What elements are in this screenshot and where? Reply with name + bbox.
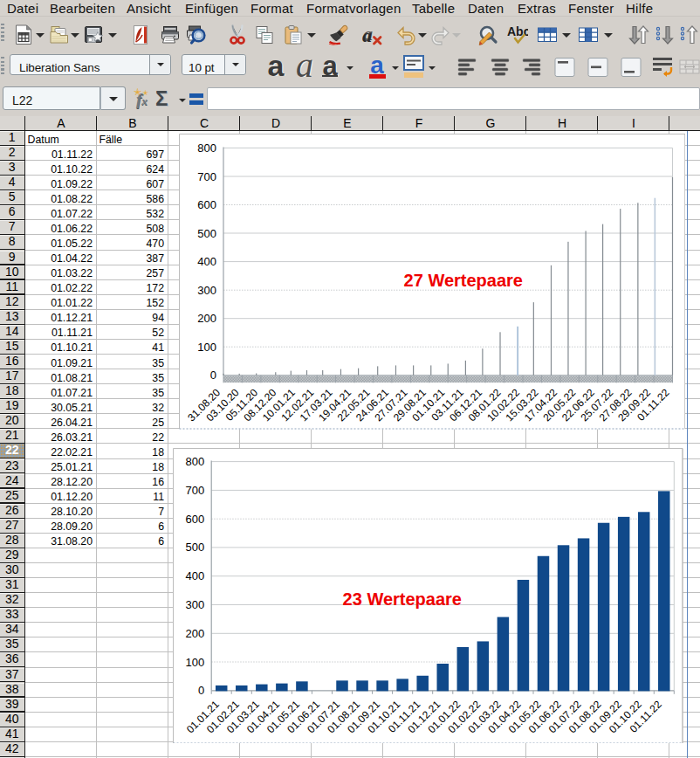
svg-text:03.11.21: 03.11.21 — [429, 386, 466, 424]
svg-text:01.12.21: 01.12.21 — [405, 698, 443, 735]
svg-text:17.03.21: 17.03.21 — [297, 386, 334, 424]
svg-text:01.05.21: 01.05.21 — [264, 698, 302, 735]
svg-text:19.04.21: 19.04.21 — [316, 386, 353, 424]
svg-text:01.02.22: 01.02.22 — [445, 698, 483, 735]
svg-text:01.01.21: 01.01.21 — [184, 698, 222, 735]
svg-text:500: 500 — [197, 227, 216, 240]
svg-text:300: 300 — [185, 598, 204, 611]
svg-text:01.01.22: 01.01.22 — [425, 698, 463, 735]
svg-text:22.05.21: 22.05.21 — [334, 386, 372, 424]
svg-text:01.06.21: 01.06.21 — [285, 698, 322, 735]
svg-text:01.11.22: 01.11.22 — [635, 386, 672, 424]
svg-text:01.10.22: 01.10.22 — [607, 698, 644, 735]
svg-text:06.12.21: 06.12.21 — [447, 386, 484, 424]
svg-text:01.10.21: 01.10.21 — [409, 386, 447, 424]
svg-text:600: 600 — [185, 512, 204, 525]
svg-text:10.02.22: 10.02.22 — [484, 386, 522, 424]
svg-text:22.06.22: 22.06.22 — [559, 386, 596, 424]
svg-text:800: 800 — [185, 455, 204, 468]
svg-text:20.05.22: 20.05.22 — [540, 386, 578, 424]
svg-text:23 Wertepaare: 23 Wertepaare — [343, 589, 462, 609]
svg-text:01.10.21: 01.10.21 — [365, 698, 402, 735]
svg-text:700: 700 — [197, 170, 216, 183]
svg-text:27 Wertepaare: 27 Wertepaare — [403, 271, 522, 290]
svg-text:05.11.20: 05.11.20 — [223, 386, 260, 424]
svg-text:01.06.22: 01.06.22 — [526, 698, 564, 735]
svg-text:01.09.22: 01.09.22 — [587, 698, 624, 735]
svg-text:01.04.21: 01.04.21 — [244, 698, 282, 735]
svg-text:600: 600 — [197, 198, 216, 211]
svg-text:200: 200 — [185, 627, 204, 640]
svg-text:15.03.22: 15.03.22 — [503, 386, 540, 424]
svg-text:10.01.21: 10.01.21 — [259, 386, 297, 424]
svg-text:31.08.20: 31.08.20 — [185, 386, 223, 424]
svg-text:500: 500 — [185, 541, 204, 554]
svg-text:24.06.21: 24.06.21 — [353, 386, 391, 424]
svg-text:08.01.22: 08.01.22 — [465, 386, 503, 424]
svg-text:Abc: Abc — [507, 24, 528, 38]
svg-text:800: 800 — [197, 141, 216, 155]
svg-text:01.03.22: 01.03.22 — [466, 698, 504, 735]
svg-text:01.03.21: 01.03.21 — [224, 698, 262, 735]
svg-text:29.09.22: 29.09.22 — [615, 386, 653, 424]
svg-text:01.07.22: 01.07.22 — [546, 698, 584, 735]
svg-text:100: 100 — [197, 341, 216, 354]
svg-text:01.05.22: 01.05.22 — [506, 698, 544, 735]
svg-text:400: 400 — [197, 255, 216, 268]
svg-text:01.04.22: 01.04.22 — [486, 698, 524, 735]
svg-text:01.09.21: 01.09.21 — [345, 698, 382, 735]
svg-text:25.07.22: 25.07.22 — [578, 386, 615, 424]
svg-text:01.11.21: 01.11.21 — [386, 698, 423, 735]
svg-text:17.04.22: 17.04.22 — [522, 386, 559, 424]
svg-text:0: 0 — [209, 369, 216, 382]
svg-text:08.12.20: 08.12.20 — [241, 386, 278, 424]
svg-text:400: 400 — [185, 569, 204, 582]
svg-text:200: 200 — [197, 312, 216, 325]
svg-text:01.08.21: 01.08.21 — [325, 698, 362, 735]
svg-text:27.07.21: 27.07.21 — [372, 386, 409, 424]
svg-text:03.10.20: 03.10.20 — [203, 386, 241, 424]
svg-text:100: 100 — [185, 655, 204, 668]
svg-text:a: a — [362, 24, 372, 45]
svg-text:01.11.22: 01.11.22 — [628, 698, 665, 735]
svg-text:27.08.22: 27.08.22 — [596, 386, 634, 424]
svg-text:01.02.21: 01.02.21 — [204, 698, 242, 735]
svg-text:12.02.21: 12.02.21 — [278, 386, 316, 424]
svg-text:300: 300 — [197, 284, 216, 297]
svg-text:01.08.22: 01.08.22 — [566, 698, 604, 735]
svg-text:01.07.21: 01.07.21 — [305, 698, 342, 735]
svg-text:29.08.21: 29.08.21 — [390, 386, 428, 424]
svg-text:700: 700 — [185, 484, 204, 497]
svg-text:0: 0 — [198, 684, 204, 697]
